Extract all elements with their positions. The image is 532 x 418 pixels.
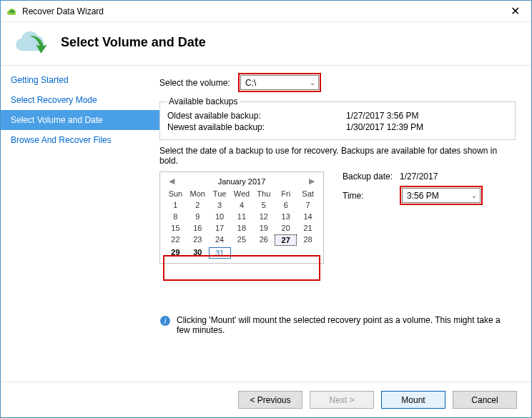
- newest-value: 1/30/2017 12:39 PM: [346, 122, 423, 132]
- cancel-button[interactable]: Cancel: [453, 391, 517, 409]
- oldest-label: Oldest available backup:: [167, 111, 346, 121]
- calendar-day[interactable]: 16: [187, 223, 209, 233]
- header: Select Volume and Date: [1, 22, 531, 66]
- time-highlight: 3:56 PM ⌄: [400, 186, 483, 205]
- calendar-day[interactable]: 18: [231, 223, 253, 233]
- calendar-day[interactable]: 19: [252, 223, 275, 233]
- time-select[interactable]: 3:56 PM ⌄: [402, 188, 481, 203]
- backup-date-value: 1/27/2017: [400, 171, 438, 181]
- calendar-day[interactable]: 5: [252, 200, 275, 210]
- calendar-day[interactable]: 24: [209, 234, 231, 246]
- sidebar-step[interactable]: Select Recovery Mode: [1, 90, 159, 110]
- calendar-day[interactable]: 2: [187, 200, 209, 210]
- calendar-day[interactable]: 30: [187, 247, 209, 259]
- week-highlight: [163, 255, 320, 281]
- calendar-day[interactable]: 12: [252, 212, 275, 222]
- calendar-day[interactable]: 20: [275, 223, 297, 233]
- calendar-dow: Sat: [297, 189, 319, 199]
- calendar-dow: Tue: [209, 189, 231, 199]
- available-legend: Available backups: [167, 96, 240, 106]
- titlebar: Recover Data Wizard ✕: [1, 1, 531, 22]
- volume-label: Select the volume:: [159, 78, 238, 88]
- calendar-day[interactable]: 15: [164, 223, 187, 233]
- calendar-day[interactable]: 25: [231, 234, 253, 246]
- calendar-day: [252, 247, 275, 259]
- chevron-down-icon: ⌄: [310, 79, 315, 86]
- available-backups-group: Available backups Oldest available backu…: [159, 96, 516, 140]
- volume-highlight: C:\ ⌄: [238, 73, 321, 92]
- calendar-day[interactable]: 17: [209, 223, 231, 233]
- calendar-day[interactable]: 1: [164, 200, 187, 210]
- next-month-icon[interactable]: ▶: [306, 176, 317, 186]
- calendar-day[interactable]: 29: [164, 247, 187, 259]
- volume-value: C:\: [245, 78, 256, 88]
- page-title: Select Volume and Date: [61, 35, 206, 50]
- calendar-day[interactable]: 28: [297, 234, 319, 246]
- calendar-dow: Thu: [252, 189, 275, 199]
- instruction-text: Select the date of a backup to use for r…: [159, 146, 516, 166]
- calendar-day[interactable]: 21: [297, 223, 319, 233]
- calendar-day[interactable]: 22: [164, 234, 187, 246]
- button-bar: < Previous Next > Mount Cancel: [1, 382, 531, 417]
- calendar-day[interactable]: 11: [231, 212, 253, 222]
- sidebar: Getting StartedSelect Recovery ModeSelec…: [1, 66, 159, 386]
- app-icon: [6, 6, 18, 17]
- calendar-day[interactable]: 23: [187, 234, 209, 246]
- cloud-logo-icon: [12, 28, 52, 56]
- calendar-day[interactable]: 13: [275, 212, 297, 222]
- calendar-dow: Fri: [275, 189, 297, 199]
- sidebar-step[interactable]: Browse And Recover Files: [1, 130, 159, 150]
- calendar-day[interactable]: 10: [209, 212, 231, 222]
- calendar-day[interactable]: 27: [275, 234, 297, 246]
- close-icon[interactable]: ✕: [505, 4, 526, 18]
- time-label: Time:: [343, 191, 400, 201]
- previous-button[interactable]: < Previous: [238, 391, 302, 409]
- info-text: Clicking 'Mount' will mount the selected…: [177, 315, 516, 335]
- calendar-day[interactable]: 31: [209, 247, 231, 259]
- calendar[interactable]: ◀ January 2017 ▶ SunMonTueWedThuFriSat12…: [159, 171, 324, 264]
- mount-button[interactable]: Mount: [381, 391, 445, 409]
- calendar-month: January 2017: [218, 177, 266, 186]
- calendar-dow: Wed: [231, 189, 253, 199]
- calendar-day[interactable]: 3: [209, 200, 231, 210]
- wizard-window: Recover Data Wizard ✕ Select Volume and …: [0, 0, 532, 418]
- calendar-day[interactable]: 9: [187, 212, 209, 222]
- calendar-dow: Mon: [187, 189, 209, 199]
- time-value: 3:56 PM: [407, 191, 439, 201]
- prev-month-icon[interactable]: ◀: [166, 176, 177, 186]
- window-title: Recover Data Wizard: [22, 6, 505, 16]
- oldest-value: 1/27/2017 3:56 PM: [346, 111, 418, 121]
- backup-date-label: Backup date:: [343, 171, 400, 181]
- calendar-day: [297, 247, 319, 259]
- calendar-day[interactable]: 26: [252, 234, 275, 246]
- volume-select[interactable]: C:\ ⌄: [240, 75, 319, 90]
- calendar-day[interactable]: 4: [231, 200, 253, 210]
- sidebar-step[interactable]: Getting Started: [1, 70, 159, 90]
- newest-label: Newest available backup:: [167, 122, 346, 132]
- calendar-day[interactable]: 6: [275, 200, 297, 210]
- content: Select the volume: C:\ ⌄ Available backu…: [159, 66, 531, 386]
- calendar-day: [275, 247, 297, 259]
- info-row: i Clicking 'Mount' will mount the select…: [159, 315, 516, 341]
- calendar-day[interactable]: 14: [297, 212, 319, 222]
- calendar-dow: Sun: [164, 189, 187, 199]
- sidebar-step[interactable]: Select Volume and Date: [1, 110, 159, 130]
- calendar-day: [231, 247, 253, 259]
- calendar-day[interactable]: 7: [297, 200, 319, 210]
- chevron-down-icon: ⌄: [471, 191, 477, 199]
- calendar-day[interactable]: 8: [164, 212, 187, 222]
- next-button: Next >: [310, 391, 374, 409]
- info-icon: i: [159, 315, 171, 327]
